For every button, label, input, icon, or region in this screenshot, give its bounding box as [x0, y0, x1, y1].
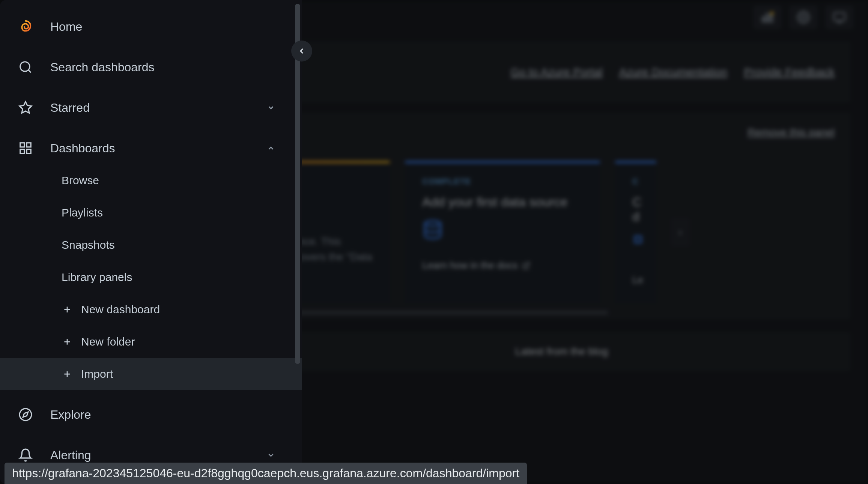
chevron-down-icon — [267, 101, 275, 115]
nav-library-panels[interactable]: Library panels — [0, 261, 302, 293]
card-tag: C — [632, 177, 639, 186]
plus-icon — [62, 304, 73, 315]
monitor-button[interactable] — [825, 5, 854, 29]
nav-playlists[interactable]: Playlists — [0, 197, 302, 229]
nav-browse[interactable]: Browse — [0, 164, 302, 197]
nav-import[interactable]: Import — [0, 358, 302, 390]
sidebar: Home Search dashboards Starred Dashboard… — [0, 0, 302, 484]
svg-rect-15 — [27, 149, 31, 153]
partial-card[interactable]: C C d Le — [615, 161, 656, 303]
svg-rect-14 — [20, 149, 24, 153]
dashboards-icon — [18, 141, 33, 156]
svg-rect-5 — [834, 13, 845, 21]
nav-new-dashboard[interactable]: New dashboard — [0, 293, 302, 326]
card-title: C d — [632, 195, 639, 224]
nav-dashboards[interactable]: Dashboards — [0, 132, 302, 164]
status-bar-url: https://grafana-202345125046-eu-d2f8gghq… — [5, 463, 527, 484]
nav-label: New folder — [81, 335, 135, 348]
nav-home[interactable]: Home — [0, 11, 302, 43]
partial-icon — [632, 234, 639, 256]
svg-point-4 — [802, 16, 805, 19]
nav-label: Snapshots — [62, 239, 115, 251]
svg-rect-0 — [763, 17, 765, 22]
svg-marker-23 — [23, 412, 28, 417]
link-azure-portal[interactable]: Go to Azure Portal — [511, 66, 603, 78]
nav-new-folder[interactable]: New folder — [0, 326, 302, 358]
nav-snapshots[interactable]: Snapshots — [0, 229, 302, 261]
collapse-sidebar-button[interactable] — [291, 41, 312, 62]
nav-label: Starred — [50, 101, 90, 115]
nav-search[interactable]: Search dashboards — [0, 51, 302, 83]
card-foot: Le — [632, 274, 639, 286]
compass-icon — [18, 407, 33, 422]
nav-label: Import — [81, 368, 113, 380]
plus-icon — [62, 336, 73, 347]
nav-label: Search dashboards — [50, 60, 155, 74]
svg-rect-1 — [766, 14, 769, 22]
toggle-panel-button[interactable] — [753, 5, 782, 29]
svg-line-7 — [526, 262, 530, 266]
link-feedback[interactable]: Provide Feedback — [744, 66, 835, 78]
database-icon — [422, 219, 583, 242]
svg-point-9 — [20, 62, 30, 71]
nav-explore[interactable]: Explore — [0, 398, 302, 431]
svg-rect-8 — [635, 236, 641, 242]
svg-point-6 — [425, 221, 441, 226]
nav-label: Playlists — [62, 206, 103, 219]
card-tag: COMPLETE — [422, 177, 583, 186]
chevron-down-icon — [267, 448, 275, 462]
svg-rect-12 — [20, 143, 24, 147]
svg-rect-2 — [770, 16, 773, 22]
dashboards-submenu: Browse Playlists Snapshots Library panel… — [0, 164, 302, 390]
scroll-right-button[interactable]: › — [671, 219, 689, 246]
settings-button[interactable] — [789, 5, 818, 29]
nav-label: Alerting — [50, 448, 91, 462]
nav-label: Library panels — [62, 271, 132, 284]
search-icon — [18, 60, 33, 75]
svg-marker-11 — [20, 102, 32, 113]
nav-label: Home — [50, 20, 82, 34]
nav-label: New dashboard — [81, 303, 160, 316]
plus-icon — [62, 368, 73, 380]
hero-links: Go to Azure Portal Azure Documentation P… — [511, 66, 835, 78]
svg-point-22 — [20, 409, 32, 421]
link-azure-docs[interactable]: Azure Documentation — [619, 66, 728, 78]
bell-icon — [18, 448, 33, 463]
remove-panel-link[interactable]: Remove this panel — [748, 126, 835, 138]
card-title: Add your first data source — [422, 195, 583, 209]
nav-label: Browse — [62, 174, 99, 187]
nav-starred[interactable]: Starred — [0, 92, 302, 124]
grafana-logo-icon — [18, 19, 33, 34]
star-icon — [18, 100, 33, 115]
nav-label: Dashboards — [50, 141, 115, 155]
svg-rect-13 — [27, 143, 31, 147]
card-foot-link[interactable]: Learn how in the docs — [422, 260, 583, 271]
svg-line-10 — [28, 70, 31, 72]
nav-label: Explore — [50, 408, 91, 422]
datasource-card[interactable]: COMPLETE Add your first data source Lear… — [405, 161, 600, 303]
blog-panel: Latest from the blog — [273, 333, 850, 370]
chevron-up-icon — [267, 141, 275, 155]
svg-point-3 — [770, 12, 774, 15]
